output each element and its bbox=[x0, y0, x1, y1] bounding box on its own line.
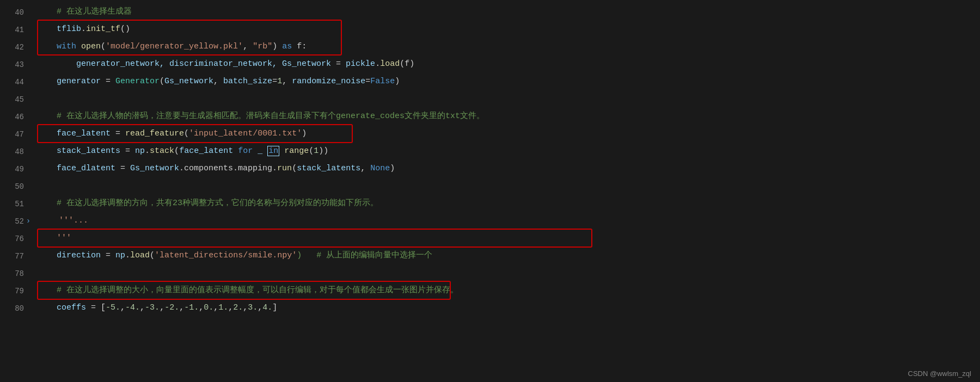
line-number: 79 bbox=[0, 286, 33, 295]
line-content: face_latent = read_feature('input_latent… bbox=[33, 127, 980, 140]
line-number: 80 bbox=[0, 303, 33, 313]
code-line: 43 generator_network, discriminator_netw… bbox=[0, 56, 980, 73]
code-line: 76 ''' bbox=[0, 230, 980, 247]
code-line: 50 bbox=[0, 177, 980, 195]
line-number: 46 bbox=[0, 112, 33, 121]
line-number: 42 bbox=[0, 42, 33, 52]
line-content: # 在这儿选择调整的方向，共有23种调整方式，它们的名称与分别对应的功能如下所示… bbox=[33, 197, 980, 210]
line-content: generator_network, discriminator_network… bbox=[33, 58, 980, 71]
line-number: 44 bbox=[0, 77, 33, 87]
line-number: 47 bbox=[0, 129, 33, 139]
code-line: 45 bbox=[0, 90, 980, 108]
line-number: 41 bbox=[0, 24, 33, 34]
line-content: stack_latents = np.stack(face_latent for… bbox=[33, 145, 980, 158]
line-number: 43 bbox=[0, 59, 33, 69]
line-content: direction = np.load('latent_directions/s… bbox=[33, 249, 980, 262]
code-editor: 40 # 在这儿选择生成器41 tflib.init_tf()42 with o… bbox=[0, 0, 980, 382]
code-line: 48 stack_latents = np.stack(face_latent … bbox=[0, 143, 980, 160]
code-line: 51 # 在这儿选择调整的方向，共有23种调整方式，它们的名称与分别对应的功能如… bbox=[0, 195, 980, 212]
line-content: generator = Generator(Gs_network, batch_… bbox=[33, 75, 980, 88]
collapse-chevron-icon[interactable]: › bbox=[24, 217, 33, 225]
line-number: 77 bbox=[0, 251, 33, 261]
code-line: 77 direction = np.load('latent_direction… bbox=[0, 247, 980, 264]
code-line: 52› '''... bbox=[0, 212, 980, 230]
line-number: 49 bbox=[0, 164, 33, 174]
line-content: # 在这儿选择生成器 bbox=[33, 5, 980, 19]
line-number: 45 bbox=[0, 94, 33, 104]
code-line: 46 # 在这儿选择人物的潜码，注意要与生成器相匹配。潜码来自生成目录下有个ge… bbox=[0, 108, 980, 125]
line-number: 48 bbox=[0, 146, 33, 156]
code-line: 41 tflib.init_tf() bbox=[0, 21, 980, 38]
code-line: 80 coeffs = [-5.,-4.,-3.,-2.,-1.,0.,1.,2… bbox=[0, 299, 980, 317]
line-content: tflib.init_tf() bbox=[33, 23, 980, 36]
code-line: 42 with open('model/generator_yellow.pkl… bbox=[0, 38, 980, 56]
code-line: 79 # 在这儿选择调整的大小，向量里面的值表示调整幅度，可以自行编辑，对于每个… bbox=[0, 282, 980, 299]
watermark: CSDN @wwlsm_zql bbox=[908, 369, 972, 378]
line-content: face_dlatent = Gs_network.components.map… bbox=[33, 162, 980, 175]
line-number: 78 bbox=[0, 268, 33, 278]
line-number: 51 bbox=[0, 199, 33, 208]
line-content: coeffs = [-5.,-4.,-3.,-2.,-1.,0.,1.,2.,3… bbox=[33, 301, 980, 315]
line-content: # 在这儿选择调整的大小，向量里面的值表示调整幅度，可以自行编辑，对于每个值都会… bbox=[33, 284, 980, 297]
line-content: # 在这儿选择人物的潜码，注意要与生成器相匹配。潜码来自生成目录下有个gener… bbox=[33, 110, 980, 123]
code-line: 47 face_latent = read_feature('input_lat… bbox=[0, 125, 980, 143]
code-line: 78 bbox=[0, 264, 980, 282]
line-number: 76 bbox=[0, 233, 33, 243]
line-content: with open('model/generator_yellow.pkl', … bbox=[33, 40, 980, 53]
code-line: 49 face_dlatent = Gs_network.components.… bbox=[0, 160, 980, 177]
line-content: '''... bbox=[35, 214, 980, 227]
line-content: ''' bbox=[33, 232, 980, 245]
code-line: 44 generator = Generator(Gs_network, bat… bbox=[0, 73, 980, 90]
line-number: 40 bbox=[0, 7, 33, 17]
line-number: 50 bbox=[0, 181, 33, 191]
code-line: 40 # 在这儿选择生成器 bbox=[0, 3, 980, 21]
